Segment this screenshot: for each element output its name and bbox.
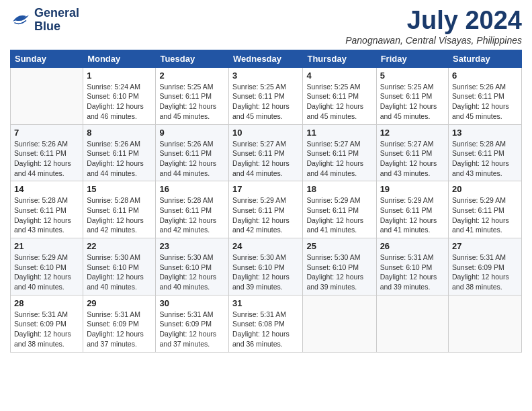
calendar-cell — [11, 67, 83, 124]
calendar-cell: 21Sunrise: 5:29 AMSunset: 6:10 PMDayligh… — [11, 238, 83, 295]
calendar-week-row: 7Sunrise: 5:26 AMSunset: 6:11 PMDaylight… — [11, 124, 522, 181]
day-number: 15 — [87, 184, 152, 194]
cell-info: Sunrise: 5:26 AMSunset: 6:11 PMDaylight:… — [159, 139, 225, 179]
calendar-week-row: 14Sunrise: 5:28 AMSunset: 6:11 PMDayligh… — [11, 181, 522, 238]
calendar-week-row: 21Sunrise: 5:29 AMSunset: 6:10 PMDayligh… — [11, 238, 522, 295]
day-number: 25 — [306, 241, 372, 251]
cell-info: Sunrise: 5:27 AMSunset: 6:11 PMDaylight:… — [380, 139, 445, 179]
cell-info: Sunrise: 5:31 AMSunset: 6:08 PMDaylight:… — [232, 310, 299, 349]
calendar-cell: 1Sunrise: 5:24 AMSunset: 6:10 PMDaylight… — [83, 67, 156, 124]
location-text: Panognawan, Central Visayas, Philippines — [345, 35, 522, 46]
calendar-cell — [303, 295, 376, 352]
calendar-cell: 8Sunrise: 5:26 AMSunset: 6:11 PMDaylight… — [83, 124, 156, 181]
day-number: 4 — [306, 71, 372, 81]
calendar-cell: 28Sunrise: 5:31 AMSunset: 6:09 PMDayligh… — [11, 295, 83, 352]
day-number: 9 — [159, 128, 225, 138]
calendar-cell: 25Sunrise: 5:30 AMSunset: 6:10 PMDayligh… — [303, 238, 376, 295]
day-number: 18 — [306, 184, 372, 194]
day-number: 7 — [14, 128, 79, 138]
calendar-cell: 24Sunrise: 5:30 AMSunset: 6:10 PMDayligh… — [229, 238, 303, 295]
cell-info: Sunrise: 5:30 AMSunset: 6:10 PMDaylight:… — [232, 253, 299, 292]
calendar-cell: 6Sunrise: 5:26 AMSunset: 6:11 PMDaylight… — [449, 67, 522, 124]
day-number: 26 — [380, 241, 445, 251]
cell-info: Sunrise: 5:27 AMSunset: 6:11 PMDaylight:… — [232, 139, 299, 179]
month-title: July 2024 — [345, 7, 522, 35]
cell-info: Sunrise: 5:27 AMSunset: 6:11 PMDaylight:… — [306, 139, 372, 179]
cell-info: Sunrise: 5:28 AMSunset: 6:11 PMDaylight:… — [14, 195, 79, 235]
calendar-cell: 11Sunrise: 5:27 AMSunset: 6:11 PMDayligh… — [303, 124, 376, 181]
day-number: 1 — [87, 71, 152, 81]
calendar-week-row: 1Sunrise: 5:24 AMSunset: 6:10 PMDaylight… — [11, 67, 522, 124]
day-number: 23 — [159, 241, 225, 251]
cell-info: Sunrise: 5:30 AMSunset: 6:10 PMDaylight:… — [159, 253, 225, 292]
calendar-cell: 17Sunrise: 5:29 AMSunset: 6:11 PMDayligh… — [229, 181, 303, 238]
weekday-header-wednesday: Wednesday — [229, 50, 303, 67]
calendar-cell: 12Sunrise: 5:27 AMSunset: 6:11 PMDayligh… — [376, 124, 448, 181]
day-number: 29 — [87, 298, 152, 308]
cell-info: Sunrise: 5:29 AMSunset: 6:11 PMDaylight:… — [452, 195, 518, 235]
calendar-week-row: 28Sunrise: 5:31 AMSunset: 6:09 PMDayligh… — [11, 295, 522, 352]
cell-info: Sunrise: 5:28 AMSunset: 6:11 PMDaylight:… — [87, 195, 152, 235]
calendar-cell — [449, 295, 522, 352]
cell-info: Sunrise: 5:31 AMSunset: 6:09 PMDaylight:… — [452, 253, 518, 292]
logo: General Blue — [10, 7, 79, 34]
weekday-header-monday: Monday — [83, 50, 156, 67]
calendar-cell: 2Sunrise: 5:25 AMSunset: 6:11 PMDaylight… — [156, 67, 229, 124]
cell-info: Sunrise: 5:26 AMSunset: 6:11 PMDaylight:… — [452, 82, 518, 122]
calendar-cell: 23Sunrise: 5:30 AMSunset: 6:10 PMDayligh… — [156, 238, 229, 295]
day-number: 30 — [159, 298, 225, 308]
page-header: General Blue July 2024 Panognawan, Centr… — [10, 7, 522, 46]
calendar-cell: 9Sunrise: 5:26 AMSunset: 6:11 PMDaylight… — [156, 124, 229, 181]
calendar-cell: 30Sunrise: 5:31 AMSunset: 6:09 PMDayligh… — [156, 295, 229, 352]
cell-info: Sunrise: 5:31 AMSunset: 6:09 PMDaylight:… — [159, 310, 225, 349]
cell-info: Sunrise: 5:24 AMSunset: 6:10 PMDaylight:… — [87, 82, 152, 122]
logo-icon — [10, 11, 32, 30]
weekday-header-saturday: Saturday — [449, 50, 522, 67]
day-number: 3 — [232, 71, 299, 81]
cell-info: Sunrise: 5:25 AMSunset: 6:11 PMDaylight:… — [306, 82, 372, 122]
weekday-header-row: SundayMondayTuesdayWednesdayThursdayFrid… — [11, 50, 522, 67]
cell-info: Sunrise: 5:29 AMSunset: 6:11 PMDaylight:… — [380, 195, 445, 235]
cell-info: Sunrise: 5:28 AMSunset: 6:11 PMDaylight:… — [452, 139, 518, 179]
day-number: 27 — [452, 241, 518, 251]
cell-info: Sunrise: 5:30 AMSunset: 6:10 PMDaylight:… — [306, 253, 372, 292]
cell-info: Sunrise: 5:25 AMSunset: 6:11 PMDaylight:… — [159, 82, 225, 122]
title-block: July 2024 Panognawan, Central Visayas, P… — [345, 7, 522, 46]
calendar-cell: 5Sunrise: 5:25 AMSunset: 6:11 PMDaylight… — [376, 67, 448, 124]
day-number: 16 — [159, 184, 225, 194]
day-number: 28 — [14, 298, 79, 308]
calendar-cell: 19Sunrise: 5:29 AMSunset: 6:11 PMDayligh… — [376, 181, 448, 238]
weekday-header-tuesday: Tuesday — [156, 50, 229, 67]
calendar-cell: 26Sunrise: 5:31 AMSunset: 6:10 PMDayligh… — [376, 238, 448, 295]
weekday-header-sunday: Sunday — [11, 50, 83, 67]
day-number: 21 — [14, 241, 79, 251]
day-number: 19 — [380, 184, 445, 194]
calendar-cell: 16Sunrise: 5:28 AMSunset: 6:11 PMDayligh… — [156, 181, 229, 238]
cell-info: Sunrise: 5:25 AMSunset: 6:11 PMDaylight:… — [380, 82, 445, 122]
day-number: 8 — [87, 128, 152, 138]
calendar-cell — [376, 295, 448, 352]
calendar-cell: 14Sunrise: 5:28 AMSunset: 6:11 PMDayligh… — [11, 181, 83, 238]
calendar-cell: 3Sunrise: 5:25 AMSunset: 6:11 PMDaylight… — [229, 67, 303, 124]
day-number: 11 — [306, 128, 372, 138]
day-number: 5 — [380, 71, 445, 81]
calendar-cell: 29Sunrise: 5:31 AMSunset: 6:09 PMDayligh… — [83, 295, 156, 352]
calendar-cell: 20Sunrise: 5:29 AMSunset: 6:11 PMDayligh… — [449, 181, 522, 238]
day-number: 13 — [452, 128, 518, 138]
calendar-cell: 7Sunrise: 5:26 AMSunset: 6:11 PMDaylight… — [11, 124, 83, 181]
calendar-table: SundayMondayTuesdayWednesdayThursdayFrid… — [10, 50, 522, 353]
cell-info: Sunrise: 5:31 AMSunset: 6:09 PMDaylight:… — [14, 310, 79, 349]
cell-info: Sunrise: 5:26 AMSunset: 6:11 PMDaylight:… — [14, 139, 79, 179]
calendar-cell: 15Sunrise: 5:28 AMSunset: 6:11 PMDayligh… — [83, 181, 156, 238]
cell-info: Sunrise: 5:28 AMSunset: 6:11 PMDaylight:… — [159, 195, 225, 235]
day-number: 22 — [87, 241, 152, 251]
cell-info: Sunrise: 5:29 AMSunset: 6:11 PMDaylight:… — [306, 195, 372, 235]
calendar-cell: 4Sunrise: 5:25 AMSunset: 6:11 PMDaylight… — [303, 67, 376, 124]
cell-info: Sunrise: 5:30 AMSunset: 6:10 PMDaylight:… — [87, 253, 152, 292]
calendar-cell: 13Sunrise: 5:28 AMSunset: 6:11 PMDayligh… — [449, 124, 522, 181]
cell-info: Sunrise: 5:25 AMSunset: 6:11 PMDaylight:… — [232, 82, 299, 122]
day-number: 31 — [232, 298, 299, 308]
day-number: 24 — [232, 241, 299, 251]
cell-info: Sunrise: 5:29 AMSunset: 6:11 PMDaylight:… — [232, 195, 299, 235]
cell-info: Sunrise: 5:29 AMSunset: 6:10 PMDaylight:… — [14, 253, 79, 292]
